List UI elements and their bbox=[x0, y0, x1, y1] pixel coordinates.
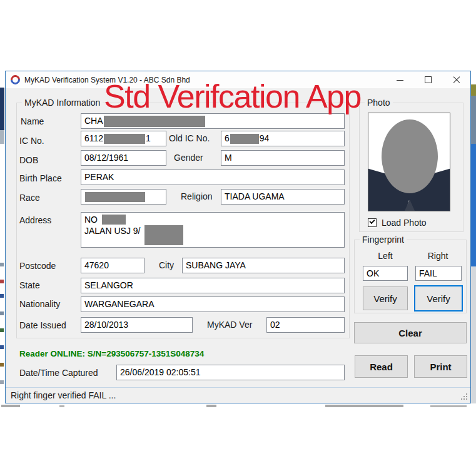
mykad-ver-label: MyKAD Ver bbox=[207, 320, 252, 330]
reader-status: Reader ONLINE: S/N=293506757-1351S048734 bbox=[19, 349, 204, 358]
religion-label: Religion bbox=[181, 191, 213, 201]
old-ic-redaction bbox=[230, 134, 259, 144]
print-button[interactable]: Print bbox=[414, 355, 467, 378]
status-bar: Right finger verified FAIL ... bbox=[6, 387, 470, 403]
city-field[interactable]: SUBANG JAYA bbox=[182, 258, 345, 273]
fingerprint-group-title: Fingerprint bbox=[360, 235, 407, 245]
minimize-button[interactable] bbox=[386, 71, 414, 88]
dob-field[interactable]: 08/12/1961 bbox=[81, 150, 166, 166]
right-finger-result[interactable]: FAIL bbox=[415, 266, 462, 281]
address-redaction-1 bbox=[102, 215, 126, 225]
photo-collar-shadow bbox=[405, 200, 415, 211]
date-issued-field[interactable]: 28/10/2013 bbox=[81, 317, 193, 333]
old-ic-suffix: 94 bbox=[260, 133, 270, 143]
left-finger-result[interactable]: OK bbox=[363, 266, 408, 281]
load-photo-checkbox[interactable] bbox=[368, 218, 377, 227]
ic-suffix: 1 bbox=[146, 133, 151, 143]
address-label: Address bbox=[19, 215, 51, 225]
fingerprint-group: Fingerprint Left Right OK FAIL Verify Ve… bbox=[354, 240, 467, 313]
maximize-button[interactable] bbox=[414, 71, 442, 88]
race-label: Race bbox=[19, 193, 40, 203]
datetime-captured-field[interactable]: 26/06/2019 02:05:51 bbox=[116, 365, 345, 380]
id-photo bbox=[368, 113, 450, 211]
address-line1: NO bbox=[84, 215, 98, 225]
city-label: City bbox=[159, 260, 174, 270]
postcode-field[interactable]: 47620 bbox=[81, 258, 144, 273]
left-finger-label: Left bbox=[361, 251, 410, 261]
mykad-information-title: MyKAD Information bbox=[22, 98, 103, 108]
title-bar[interactable]: MyKAD Verification System V1.20 - ABC Sd… bbox=[6, 71, 470, 88]
minimize-icon bbox=[397, 80, 403, 81]
status-text: Right finger verified FAIL ... bbox=[11, 390, 116, 400]
photo-face-redaction bbox=[382, 119, 438, 193]
resize-grip-icon[interactable] bbox=[466, 393, 467, 395]
app-icon bbox=[9, 73, 22, 86]
birth-place-label: Birth Place bbox=[19, 173, 62, 183]
datetime-captured-label: Date/Time Captured bbox=[19, 368, 98, 378]
date-issued-label: Date Issued bbox=[19, 320, 66, 330]
name-redaction bbox=[104, 116, 205, 127]
dob-label: DOB bbox=[19, 155, 38, 165]
address-field[interactable]: NO JALAN USJ 9/ bbox=[81, 212, 345, 248]
read-button[interactable]: Read bbox=[355, 355, 408, 378]
address-redaction-2 bbox=[144, 225, 183, 245]
birth-place-field[interactable]: PERAK bbox=[81, 170, 345, 185]
right-finger-label: Right bbox=[412, 251, 463, 261]
gender-label: Gender bbox=[174, 153, 203, 163]
app-window: MyKAD Verification System V1.20 - ABC Sd… bbox=[5, 71, 471, 403]
ic-prefix: 6112 bbox=[84, 133, 103, 143]
gender-field[interactable]: M bbox=[221, 150, 345, 166]
ic-no-field[interactable]: 61121 bbox=[81, 131, 166, 146]
state-field[interactable]: SELANGOR bbox=[81, 278, 345, 293]
state-label: State bbox=[19, 280, 40, 290]
ic-redaction bbox=[104, 134, 145, 144]
load-photo-label: Load Photo bbox=[382, 218, 427, 228]
ic-no-label: IC No. bbox=[19, 136, 44, 146]
verify-left-button[interactable]: Verify bbox=[363, 286, 408, 310]
photo-group: Photo Load Photo bbox=[359, 103, 463, 232]
window-title: MyKAD Verification System V1.20 - ABC Sd… bbox=[24, 76, 190, 84]
photo-group-title: Photo bbox=[365, 98, 393, 108]
old-ic-prefix: 6 bbox=[225, 133, 230, 143]
mykad-ver-field[interactable]: 02 bbox=[266, 317, 345, 333]
religion-field[interactable]: TIADA UGAMA bbox=[221, 189, 345, 205]
name-label: Name bbox=[21, 116, 44, 126]
address-line2: JALAN USJ 9/ bbox=[84, 226, 140, 236]
close-button[interactable] bbox=[442, 71, 470, 88]
name-field[interactable]: CHA bbox=[81, 113, 345, 129]
desktop-background: Std Verifcation App MyKAD Verification S… bbox=[0, 0, 476, 476]
postcode-label: Postcode bbox=[19, 261, 56, 271]
race-redaction bbox=[85, 192, 145, 202]
old-ic-no-label: Old IC No. bbox=[169, 133, 210, 143]
name-value: CHA bbox=[84, 116, 103, 126]
old-ic-no-field[interactable]: 694 bbox=[221, 131, 345, 146]
clear-button[interactable]: Clear bbox=[354, 322, 467, 343]
verify-right-button[interactable]: Verify bbox=[414, 285, 463, 311]
maximize-icon bbox=[425, 76, 432, 83]
nationality-label: Nationality bbox=[19, 299, 60, 309]
checkmark-icon bbox=[369, 218, 375, 224]
nationality-field[interactable]: WARGANEGARA bbox=[81, 296, 345, 312]
race-field[interactable] bbox=[81, 189, 166, 205]
